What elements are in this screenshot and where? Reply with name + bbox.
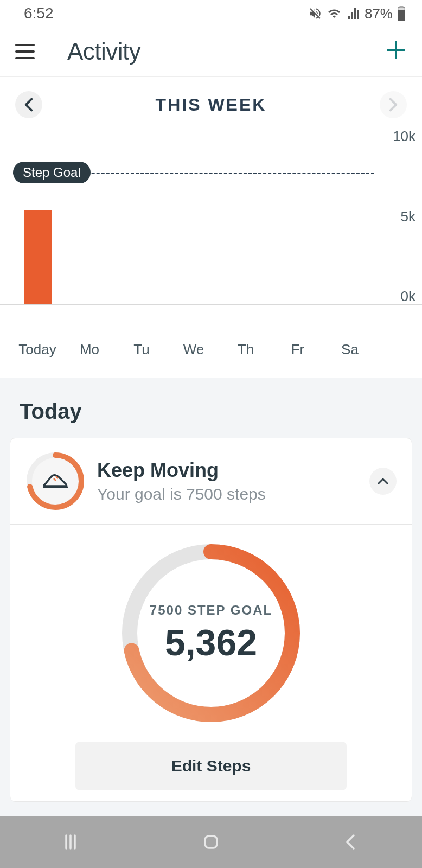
goal-pill: Step Goal bbox=[13, 162, 91, 183]
status-icons: 87% bbox=[308, 5, 406, 22]
recents-icon[interactable] bbox=[61, 832, 80, 852]
x-tick: Tu bbox=[117, 341, 166, 358]
mute-icon bbox=[308, 7, 322, 21]
page-title: Activity bbox=[67, 38, 140, 65]
add-button[interactable] bbox=[385, 38, 407, 65]
chart-bar[interactable] bbox=[24, 210, 52, 305]
chevron-left-icon bbox=[24, 98, 34, 112]
steps-progress-ring: 7500 STEP GOAL 5,362 bbox=[119, 541, 303, 725]
ring-center: 7500 STEP GOAL 5,362 bbox=[119, 541, 303, 725]
svg-rect-2 bbox=[398, 8, 405, 10]
battery-icon bbox=[397, 6, 406, 21]
app-bar: Activity bbox=[0, 27, 422, 77]
card-title: Keep Moving bbox=[97, 459, 266, 482]
x-axis-labels: TodayMoTuWeThFrSa bbox=[13, 341, 374, 358]
menu-icon[interactable] bbox=[15, 44, 35, 59]
card-subtitle: Your goal is 7500 steps bbox=[97, 485, 266, 503]
next-week-button[interactable] bbox=[380, 91, 407, 118]
y-tick: 0k bbox=[393, 288, 415, 305]
prev-week-button[interactable] bbox=[15, 91, 42, 118]
step-goal-label: 7500 STEP GOAL bbox=[150, 603, 272, 618]
steps-card: Keep Moving Your goal is 7500 steps bbox=[10, 438, 412, 802]
back-icon[interactable] bbox=[342, 832, 361, 852]
x-tick: Th bbox=[221, 341, 270, 358]
x-tick: Today bbox=[13, 341, 62, 358]
steps-value: 5,362 bbox=[165, 621, 257, 663]
chevron-right-icon bbox=[388, 98, 398, 112]
card-header-text: Keep Moving Your goal is 7500 steps bbox=[97, 459, 266, 503]
battery-percent: 87% bbox=[365, 5, 393, 22]
x-tick: We bbox=[169, 341, 218, 358]
steps-mini-ring bbox=[25, 451, 85, 511]
chart-plot: Step Goal bbox=[13, 128, 374, 305]
wifi-icon bbox=[327, 7, 342, 20]
android-nav-bar bbox=[0, 816, 422, 868]
status-bar: 6:52 87% bbox=[0, 0, 422, 27]
status-time: 6:52 bbox=[24, 5, 54, 22]
chart-baseline bbox=[0, 304, 422, 305]
card-header[interactable]: Keep Moving Your goal is 7500 steps bbox=[10, 438, 412, 525]
x-tick: Mo bbox=[65, 341, 114, 358]
edit-steps-button[interactable]: Edit Steps bbox=[75, 742, 347, 790]
collapse-button[interactable] bbox=[369, 468, 397, 495]
y-tick: 10k bbox=[393, 128, 415, 145]
card-body: 7500 STEP GOAL 5,362 Edit Steps bbox=[10, 525, 412, 801]
chevron-up-icon bbox=[378, 477, 388, 485]
x-tick: Sa bbox=[325, 341, 374, 358]
x-tick: Fr bbox=[273, 341, 322, 358]
today-heading: Today bbox=[10, 399, 412, 424]
home-icon[interactable] bbox=[201, 832, 221, 852]
week-navigator: THIS WEEK bbox=[0, 77, 422, 128]
y-tick: 5k bbox=[393, 208, 415, 225]
y-axis-labels: 10k 5k 0k bbox=[393, 128, 415, 305]
steps-bar-chart: 10k 5k 0k Step Goal TodayMoTuWeThFrSa bbox=[0, 128, 422, 329]
svg-rect-1 bbox=[400, 6, 404, 8]
week-label: THIS WEEK bbox=[156, 95, 267, 115]
svg-rect-16 bbox=[205, 836, 217, 848]
today-section: Today bbox=[0, 378, 422, 816]
signal-icon bbox=[346, 7, 360, 20]
